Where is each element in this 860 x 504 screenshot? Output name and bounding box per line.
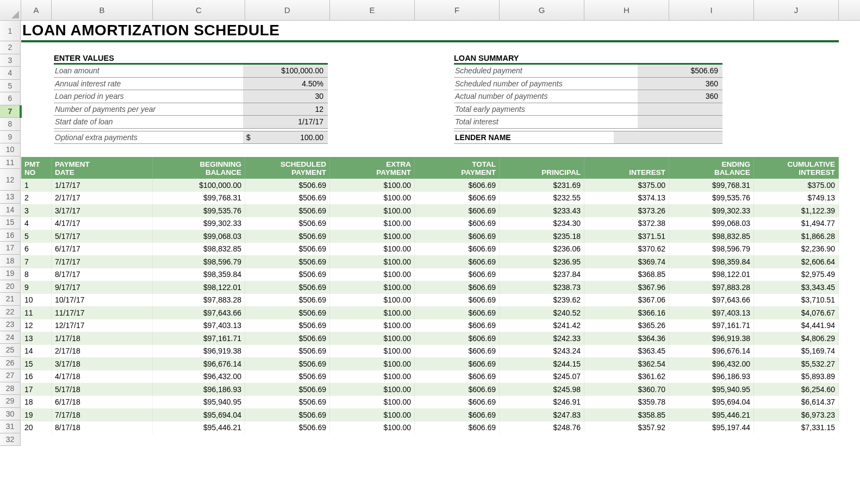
table-cell[interactable]: $97,643.66 — [669, 294, 754, 307]
table-cell[interactable]: 12/17/17 — [52, 319, 153, 332]
table-cell[interactable]: $232.55 — [500, 192, 584, 205]
table-cell[interactable]: 15 — [21, 357, 52, 370]
row-header-30[interactable]: 30 — [0, 408, 20, 421]
table-cell[interactable]: $506.69 — [245, 421, 330, 434]
table-cell[interactable]: $6,614.37 — [754, 396, 839, 409]
table-cell[interactable]: $506.69 — [245, 408, 330, 421]
table-cell[interactable]: $100.00 — [330, 217, 415, 230]
row-header-2[interactable]: 2 — [0, 41, 20, 54]
table-cell[interactable]: $95,446.21 — [153, 421, 245, 434]
row-header-11[interactable]: 11 — [0, 156, 20, 169]
row-header-19[interactable]: 19 — [0, 267, 20, 280]
row-header-18[interactable]: 18 — [0, 255, 20, 268]
table-cell[interactable]: $606.69 — [415, 230, 500, 243]
table-cell[interactable]: $100.00 — [330, 204, 415, 217]
table-cell[interactable]: 3/17/17 — [52, 204, 153, 217]
table-cell[interactable]: 2/17/17 — [52, 192, 153, 205]
table-cell[interactable]: $360.70 — [584, 383, 669, 396]
row-header-22[interactable]: 22 — [0, 306, 20, 319]
table-cell[interactable]: $5,532.27 — [754, 357, 839, 370]
table-cell[interactable]: $235.18 — [500, 230, 584, 243]
table-cell[interactable]: $100.00 — [330, 230, 415, 243]
table-row[interactable]: 1111/17/17$97,643.66$506.69$100.00$606.6… — [21, 306, 839, 319]
table-cell[interactable]: 10/17/17 — [52, 294, 153, 307]
table-cell[interactable]: 3 — [21, 204, 52, 217]
table-cell[interactable]: $96,919.38 — [153, 345, 245, 358]
table-cell[interactable]: $100.00 — [330, 243, 415, 256]
table-cell[interactable]: $100.00 — [330, 255, 415, 268]
table-cell[interactable]: $236.06 — [500, 243, 584, 256]
table-cell[interactable]: $606.69 — [415, 306, 500, 319]
table-cell[interactable]: $100.00 — [330, 294, 415, 307]
table-cell[interactable]: 11/17/17 — [52, 306, 153, 319]
row-header-8[interactable]: 8 — [0, 118, 20, 131]
table-cell[interactable]: $506.69 — [245, 268, 330, 281]
table-row[interactable]: 197/17/18$95,694.04$506.69$100.00$606.69… — [21, 408, 839, 421]
table-cell[interactable]: $99,535.76 — [153, 204, 245, 217]
table-cell[interactable]: $242.33 — [500, 332, 584, 345]
row-header-9[interactable]: 9 — [0, 131, 20, 144]
table-cell[interactable]: $371.51 — [584, 230, 669, 243]
table-cell[interactable]: 4 — [21, 217, 52, 230]
row-header-32[interactable]: 32 — [0, 433, 20, 446]
table-cell[interactable]: $370.62 — [584, 243, 669, 256]
table-cell[interactable]: $606.69 — [415, 281, 500, 294]
sheet-main[interactable]: LOAN AMORTIZATION SCHEDULE ENTER VALUES … — [21, 21, 860, 446]
table-cell[interactable]: $506.69 — [245, 306, 330, 319]
table-cell[interactable]: $366.16 — [584, 306, 669, 319]
table-cell[interactable]: $239.62 — [500, 294, 584, 307]
table-cell[interactable]: $606.69 — [415, 243, 500, 256]
input-value[interactable]: $100,000.00 — [243, 65, 328, 77]
table-cell[interactable]: $2,606.64 — [754, 255, 839, 268]
row-header-26[interactable]: 26 — [0, 357, 20, 370]
table-cell[interactable]: $506.69 — [245, 294, 330, 307]
table-cell[interactable]: $98,832.85 — [153, 243, 245, 256]
table-cell[interactable]: $506.69 — [245, 396, 330, 409]
table-cell[interactable]: 2 — [21, 192, 52, 205]
table-cell[interactable]: $95,940.95 — [153, 396, 245, 409]
row-header-4[interactable]: 4 — [0, 67, 20, 80]
table-cell[interactable]: $5,169.74 — [754, 345, 839, 358]
row-header-3[interactable]: 3 — [0, 54, 20, 67]
table-cell[interactable]: $231.69 — [500, 179, 584, 192]
table-cell[interactable]: $99,068.03 — [153, 230, 245, 243]
table-cell[interactable]: $244.15 — [500, 357, 584, 370]
table-cell[interactable]: $4,076.67 — [754, 306, 839, 319]
row-header-29[interactable]: 29 — [0, 395, 20, 408]
table-cell[interactable]: $97,403.13 — [669, 306, 754, 319]
table-cell[interactable]: $246.91 — [500, 396, 584, 409]
table-cell[interactable]: $98,596.79 — [153, 255, 245, 268]
row-header-12[interactable]: 12 — [0, 169, 20, 191]
table-cell[interactable]: $358.85 — [584, 408, 669, 421]
table-cell[interactable]: $506.69 — [245, 192, 330, 205]
table-cell[interactable]: $96,676.14 — [669, 345, 754, 358]
table-cell[interactable]: $4,441.94 — [754, 319, 839, 332]
column-header-h[interactable]: H — [584, 0, 669, 20]
table-cell[interactable]: 6/17/18 — [52, 396, 153, 409]
table-cell[interactable]: 9/17/17 — [52, 281, 153, 294]
table-cell[interactable]: $606.69 — [415, 396, 500, 409]
table-row[interactable]: 1212/17/17$97,403.13$506.69$100.00$606.6… — [21, 319, 839, 332]
table-cell[interactable]: $373.26 — [584, 204, 669, 217]
column-header-c[interactable]: C — [153, 0, 245, 20]
column-header-g[interactable]: G — [500, 0, 584, 20]
table-cell[interactable]: 5 — [21, 230, 52, 243]
table-cell[interactable]: 9 — [21, 281, 52, 294]
row-header-17[interactable]: 17 — [0, 242, 20, 255]
row-header-7[interactable]: 7 — [0, 105, 20, 118]
table-cell[interactable]: 14 — [21, 345, 52, 358]
column-header-b[interactable]: B — [52, 0, 153, 20]
table-cell[interactable]: $97,161.71 — [153, 332, 245, 345]
table-cell[interactable]: $5,893.89 — [754, 370, 839, 383]
table-cell[interactable]: $506.69 — [245, 255, 330, 268]
row-header-20[interactable]: 20 — [0, 280, 20, 293]
row-header-6[interactable]: 6 — [0, 92, 20, 105]
table-cell[interactable]: $99,535.76 — [669, 192, 754, 205]
table-cell[interactable]: $247.83 — [500, 408, 584, 421]
row-header-21[interactable]: 21 — [0, 293, 20, 306]
table-cell[interactable]: $506.69 — [245, 230, 330, 243]
table-cell[interactable]: $240.52 — [500, 306, 584, 319]
table-cell[interactable]: 17 — [21, 383, 52, 396]
row-header-1[interactable]: 1 — [0, 21, 20, 41]
table-cell[interactable]: $100.00 — [330, 421, 415, 434]
